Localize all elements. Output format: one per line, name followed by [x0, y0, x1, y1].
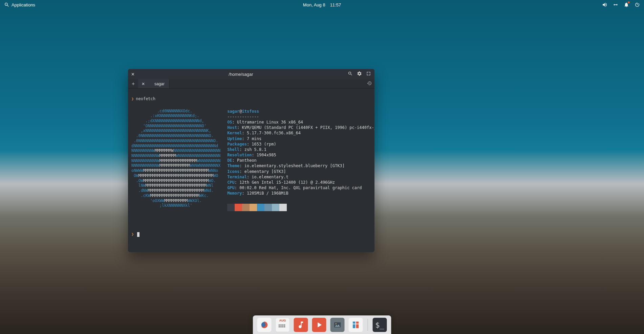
svg-rect-3	[282, 324, 283, 326]
svg-rect-7	[282, 326, 283, 327]
color-swatch	[242, 204, 250, 211]
terminal-search-icon[interactable]	[348, 71, 353, 77]
top-panel: Applications Mon, Aug 8 11:57	[0, 0, 644, 9]
panel-time[interactable]: 11:57	[330, 2, 341, 7]
dock-app-calendar[interactable]: AUG	[276, 318, 290, 332]
power-icon[interactable]	[635, 2, 640, 7]
window-title: /home/sagar	[137, 72, 344, 77]
svg-point-10	[336, 323, 337, 324]
svg-rect-12	[356, 321, 359, 328]
terminal-cursor	[137, 232, 139, 237]
dock-app-photos[interactable]	[330, 318, 345, 332]
dock-app-terminal[interactable]: $_	[373, 318, 387, 332]
terminal-window: ✕ /home/sagar ＋ ✕ sagar ❯neofetch .cd0NN…	[128, 69, 374, 252]
dock-separator	[368, 319, 368, 331]
color-swatch	[264, 204, 272, 211]
calendar-month-label: AUG	[279, 319, 286, 322]
terminal-tabbar: ＋ ✕ sagar	[128, 79, 374, 89]
svg-rect-6	[280, 326, 282, 327]
svg-rect-8	[284, 326, 285, 327]
notifications-icon[interactable]	[624, 2, 629, 7]
window-close-button[interactable]: ✕	[128, 72, 137, 77]
terminal-tab[interactable]: ✕ sagar	[138, 79, 170, 88]
svg-rect-2	[280, 324, 282, 326]
color-swatch	[279, 204, 287, 211]
color-swatch	[235, 204, 242, 211]
svg-rect-1	[279, 324, 280, 326]
prompt-chevron: ❯	[131, 232, 134, 237]
terminal-titlebar[interactable]: ✕ /home/sagar	[128, 69, 374, 79]
new-tab-button[interactable]: ＋	[128, 81, 138, 87]
svg-rect-11	[353, 321, 356, 328]
dock-app-appcenter[interactable]	[349, 318, 363, 332]
applications-menu[interactable]: Applications	[12, 2, 35, 7]
volume-icon[interactable]	[602, 2, 607, 7]
neofetch-info: sagar@itsfoss ------------- OS: Ultramar…	[227, 109, 374, 211]
dock: AUG $_	[253, 315, 391, 334]
neofetch-ascii-logo: .cd0NNNNNNXOdc. .:xKNNNNNNNNNNNNNKd;. .;…	[131, 109, 220, 211]
terminal-body[interactable]: ❯neofetch .cd0NNNNNNXOdc. .:xKNNNNNNNNNN…	[128, 89, 374, 252]
color-swatch	[227, 204, 235, 211]
prompt-chevron: ❯	[131, 96, 134, 101]
terminal-command: neofetch	[136, 96, 155, 101]
tab-label: sagar	[154, 82, 165, 86]
dock-app-firefox[interactable]	[257, 318, 272, 332]
search-icon[interactable]	[4, 2, 9, 7]
svg-rect-4	[284, 324, 285, 326]
panel-date[interactable]: Mon, Aug 8	[303, 2, 325, 7]
network-icon[interactable]	[613, 2, 618, 7]
dock-app-music[interactable]	[294, 318, 308, 332]
terminal-settings-icon[interactable]	[357, 71, 362, 77]
window-maximize-icon[interactable]	[366, 71, 371, 77]
tab-close-icon[interactable]: ✕	[142, 82, 145, 86]
svg-rect-13	[352, 324, 359, 325]
svg-rect-5	[279, 326, 280, 327]
color-swatch	[250, 204, 257, 211]
tab-history-button[interactable]	[364, 81, 374, 87]
color-swatch	[257, 204, 264, 211]
dock-app-videos[interactable]	[312, 318, 326, 332]
color-swatch	[272, 204, 279, 211]
